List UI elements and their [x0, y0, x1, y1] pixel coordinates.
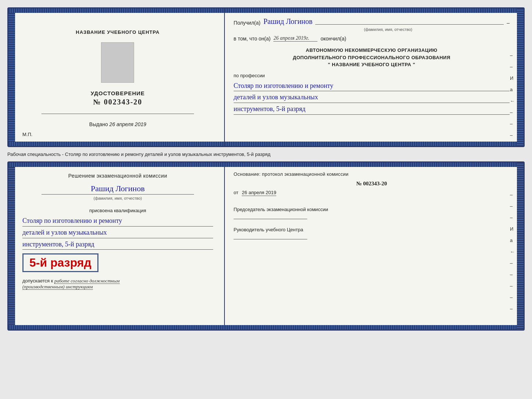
side-mark2-dash1: –	[510, 192, 515, 197]
side-mark-i: И	[510, 75, 515, 81]
side-mark2-dash8: –	[510, 306, 515, 311]
protocol-date-prefix: от	[234, 190, 238, 195]
org-line2: ДОПОЛНИТЕЛЬНОГО ПРОФЕССИОНАЛЬНОГО ОБРАЗО…	[234, 54, 510, 61]
bottom-doc-bottom-border	[8, 325, 524, 329]
received-label: Получил(а)	[234, 20, 260, 26]
photo-placeholder	[101, 42, 134, 83]
director-label: Руководитель учебного Центра	[234, 227, 510, 233]
date-suffix: окончил(а)	[320, 36, 346, 42]
org-block: АВТОНОМНУЮ НЕКОММЕРЧЕСКУЮ ОРГАНИЗАЦИЮ ДО…	[234, 47, 510, 68]
side-mark-dash4: –	[510, 121, 515, 127]
protocol-number: № 002343-20	[234, 181, 510, 187]
side-mark2-arrow: ←	[510, 249, 515, 254]
decision-label-text: Решением экзаменационной комиссии	[68, 173, 167, 179]
decision-label: Решением экзаменационной комиссии	[22, 173, 213, 179]
side-mark-dash2: –	[510, 64, 515, 70]
qual-line3: инструментов, 5-й разряд	[22, 239, 213, 250]
specialty-line: Рабочая специальность - Столяр по изгото…	[7, 150, 525, 158]
side-mark2-dash7: –	[510, 295, 515, 300]
cert-number: № 002343-20	[93, 98, 143, 106]
date-prefix: в том, что он(а)	[234, 36, 271, 42]
director-label-text: Руководитель учебного Центра	[234, 227, 303, 232]
mp-label: М.П.	[22, 132, 32, 137]
profession-line3: инструментов, 5-й разряд	[234, 104, 510, 115]
bottom-doc-top-border	[8, 163, 524, 167]
specialty-label-text: Рабочая специальность - Столяр по изгото…	[7, 152, 270, 157]
grade-stamp: 5-й разряд	[22, 253, 98, 272]
work-instruction: работе согласно должностным	[54, 278, 120, 284]
bottom-document: Решением экзаменационной комиссии Рашид …	[7, 161, 525, 331]
profession-line2: деталей и узлов музыкальных	[234, 92, 510, 103]
side-mark2-i: И	[510, 226, 515, 232]
side-mark2-dash2: –	[510, 203, 515, 209]
side-mark2-dash5: –	[510, 272, 515, 277]
bottom-fio-sublabel: (фамилия, имя, отчество)	[22, 196, 213, 200]
side-mark-dash5: –	[510, 132, 515, 138]
date-value: 26 апреля 2019г.	[273, 35, 317, 42]
org-line3: " НАЗВАНИЕ УЧЕБНОГО ЦЕНТРА "	[234, 61, 510, 68]
qualification-label: присвоена квалификация	[22, 208, 213, 213]
top-document: НАЗВАНИЕ УЧЕБНОГО ЦЕНТРА УДОСТОВЕРЕНИЕ №…	[7, 7, 525, 147]
chairman-label: Председатель экзаменационной комиссии	[234, 206, 510, 213]
cert-title: УДОСТОВЕРЕНИЕ	[91, 90, 145, 96]
top-doc-right: Получил(а) Рашид Логинов – (фамилия, имя…	[225, 8, 524, 146]
fio-sublabel-top: (фамилия, имя, отчество)	[267, 27, 510, 32]
basis-label: Основание: протокол экзаменационной коми…	[234, 171, 510, 177]
bottom-doc-left: Решением экзаменационной комиссии Рашид …	[8, 163, 225, 329]
name-underline	[315, 24, 504, 25]
side-mark-arrow: ←	[510, 98, 515, 104]
cert-number-prefix: №	[93, 98, 101, 106]
side-mark2-dash4: –	[510, 260, 515, 266]
org-line1: АВТОНОМНУЮ НЕКОММЕРЧЕСКУЮ ОРГАНИЗАЦИЮ	[234, 47, 510, 54]
допускается-label: допускается к	[22, 278, 53, 284]
protocol-date-value: 26 апреля 2019	[242, 190, 276, 196]
issued-date: 26 апреля 2019	[109, 121, 146, 127]
grade-text: 5-й разряд	[29, 256, 91, 269]
issued-label: Выдано	[89, 121, 108, 127]
recipient-name: Рашид Логинов	[263, 17, 312, 26]
page-wrapper: НАЗВАНИЕ УЧЕБНОГО ЦЕНТРА УДОСТОВЕРЕНИЕ №…	[7, 7, 525, 331]
допускается-block: допускается к работе согласно должностны…	[22, 278, 120, 290]
chairman-label-text: Председатель экзаменационной комиссии	[234, 207, 328, 212]
protocol-date-line: от 26 апреля 2019	[234, 190, 510, 195]
chairman-sig-line	[234, 219, 307, 219]
side-mark-dash3: –	[510, 110, 515, 115]
specialty-text: Рабочая специальность - Столяр по изгото…	[7, 152, 270, 157]
director-sig-line	[234, 239, 307, 239]
cert-number-value: 002343-20	[104, 98, 143, 106]
top-doc-left: НАЗВАНИЕ УЧЕБНОГО ЦЕНТРА УДОСТОВЕРЕНИЕ №…	[8, 8, 225, 146]
production-instruction: (производственным) инструкциям	[22, 284, 93, 290]
qual-line2: деталей и узлов музыкальных	[22, 227, 213, 238]
bottom-doc-right: Основание: протокол экзаменационной коми…	[225, 163, 524, 329]
qual-line1: Столяр по изготовлению и ремонту	[22, 215, 213, 227]
org-name-left: НАЗВАНИЕ УЧЕБНОГО ЦЕНТРА	[76, 29, 159, 35]
side-mark2-dash6: –	[510, 283, 515, 289]
side-mark2-dash3: –	[510, 215, 515, 220]
side-mark2-a: а	[510, 238, 515, 243]
side-mark-a: а	[510, 87, 515, 92]
bottom-person-name: Рашид Логинов	[91, 184, 145, 193]
date-line: в том, что он(а) 26 апреля 2019г. окончи…	[234, 35, 510, 42]
profession-line1: Столяр по изготовлению и ремонту	[234, 81, 510, 92]
profession-label: по профессии	[234, 73, 510, 78]
side-mark-dash1: –	[510, 53, 515, 58]
issued-line: Выдано 26 апреля 2019	[89, 121, 146, 127]
